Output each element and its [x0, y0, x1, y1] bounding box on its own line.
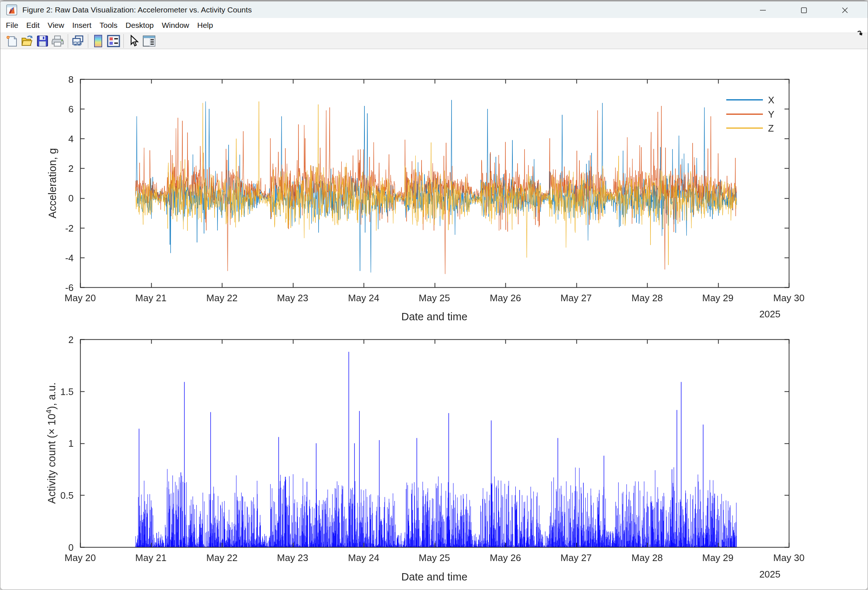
dock-figure-icon	[857, 28, 863, 38]
window-title: Figure 2: Raw Data Visualization: Accele…	[22, 6, 252, 14]
top-xtick: May 26	[480, 293, 531, 304]
menu-window[interactable]: Window	[158, 19, 193, 31]
top-xtick: May 28	[621, 293, 673, 304]
bottom-xtick: May 28	[621, 552, 673, 563]
insert-legend-button[interactable]	[106, 34, 121, 48]
insert-colorbar-button[interactable]	[90, 34, 106, 48]
top-xtick: May 23	[267, 293, 318, 304]
bottom-xtick: May 20	[55, 552, 106, 563]
edit-plot-button[interactable]	[126, 34, 142, 48]
top-ytick: 8	[52, 74, 74, 86]
bottom-xtick: May 22	[196, 552, 248, 563]
new-figure-button[interactable]	[4, 34, 19, 48]
bottom-ytick: 1	[52, 438, 74, 449]
bottom-xtick: May 24	[338, 552, 389, 563]
top-ytick: 0	[52, 193, 74, 204]
close-button[interactable]	[824, 1, 865, 19]
close-icon	[841, 6, 849, 14]
bottom-xtick: May 29	[692, 552, 744, 563]
top-ytick: 6	[52, 104, 74, 115]
bottom-ylabel-exp: 4	[45, 410, 53, 414]
figure-toolbar	[0, 33, 868, 49]
legend-line-y	[726, 114, 763, 115]
matlab-figure-icon	[6, 4, 17, 15]
maximize-button[interactable]	[783, 1, 824, 19]
menu-help[interactable]: Help	[193, 19, 217, 31]
edit-plot-icon	[128, 35, 139, 47]
menubar: File Edit View Insert Tools Desktop Wind…	[0, 18, 868, 33]
top-year-label: 2025	[733, 309, 781, 320]
property-inspector-button[interactable]	[142, 34, 157, 48]
window-controls	[743, 1, 865, 19]
insert-legend-icon	[107, 35, 120, 47]
menu-tools[interactable]: Tools	[96, 19, 122, 31]
minimize-button[interactable]	[743, 1, 783, 19]
open-file-button[interactable]	[19, 34, 35, 48]
bottom-xtick: May 21	[125, 552, 177, 563]
menu-view[interactable]: View	[44, 19, 68, 31]
bottom-xtick: May 25	[409, 552, 460, 563]
open-file-icon	[21, 35, 33, 47]
legend-label-z: Z	[768, 123, 774, 134]
bottom-year-label: 2025	[733, 569, 781, 580]
print-figure-button[interactable]	[50, 34, 66, 48]
bottom-ytick: 1.5	[52, 386, 74, 398]
legend-line-x	[726, 99, 763, 101]
bottom-ytick: 2	[52, 334, 74, 346]
minimize-icon	[759, 6, 767, 14]
top-xtick: May 30	[763, 293, 815, 304]
property-inspector-icon	[142, 35, 156, 47]
top-ytick: 4	[52, 133, 74, 145]
bottom-ytick: 0	[52, 542, 74, 553]
top-ytick: 2	[52, 163, 74, 174]
new-figure-icon	[6, 35, 18, 47]
bottom-ytick: 0.5	[52, 490, 74, 501]
bottom-xtick: May 27	[551, 552, 602, 563]
top-xtick: May 27	[551, 293, 602, 304]
figure-window: Figure 2: Raw Data Visualization: Accele…	[0, 0, 868, 590]
menu-desktop[interactable]: Desktop	[122, 19, 158, 31]
top-xlabel: Date and time	[361, 311, 508, 323]
link-plot-button[interactable]	[70, 34, 86, 48]
bottom-xtick: May 23	[267, 552, 318, 563]
legend-line-z	[726, 127, 763, 129]
top-ytick: -4	[52, 253, 74, 264]
print-figure-icon	[51, 35, 65, 47]
top-ytick: -2	[52, 223, 74, 234]
menu-insert[interactable]: Insert	[68, 19, 96, 31]
top-xtick: May 24	[338, 293, 389, 304]
titlebar: Figure 2: Raw Data Visualization: Accele…	[0, 0, 868, 18]
toolbar-separator	[88, 34, 88, 48]
menu-file[interactable]: File	[2, 19, 22, 31]
menu-edit[interactable]: Edit	[22, 19, 44, 31]
top-xtick: May 29	[692, 293, 744, 304]
link-plot-icon	[72, 35, 84, 47]
top-xtick: May 22	[196, 293, 248, 304]
top-xtick: May 25	[409, 293, 460, 304]
top-ytick: -6	[52, 282, 74, 294]
top-ylabel: Acceleration, g	[47, 110, 59, 257]
toolbar-separator	[68, 34, 68, 48]
maximize-icon	[800, 6, 808, 14]
legend-label-x: X	[768, 95, 774, 106]
save-figure-button[interactable]	[35, 34, 50, 48]
bottom-xtick: May 26	[480, 552, 531, 563]
top-xtick: May 20	[55, 293, 106, 304]
bottom-xlabel: Date and time	[361, 571, 508, 583]
insert-colorbar-icon	[93, 34, 104, 47]
save-figure-icon	[36, 35, 49, 47]
toolbar-separator	[123, 34, 124, 48]
top-xtick: May 21	[125, 293, 177, 304]
dock-figure-button[interactable]	[855, 28, 865, 38]
figure-canvas-area: Acceleration, g 8 6 4 2 0 -2 -4 -6 May 2…	[0, 49, 868, 590]
bottom-xtick: May 30	[763, 552, 815, 563]
legend-label-y: Y	[768, 109, 774, 120]
